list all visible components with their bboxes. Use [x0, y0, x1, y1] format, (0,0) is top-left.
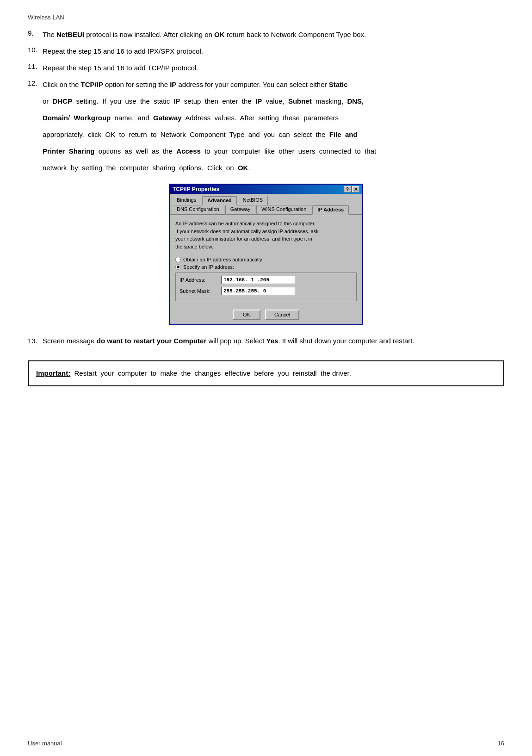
subnet-mask-input[interactable]: 255.255.255. 0 [221, 287, 295, 295]
step-9: 9. The NetBEUI protocol is now installed… [28, 29, 504, 40]
page-container: Wireless LAN 9. The NetBEUI protocol is … [0, 0, 532, 405]
step-12-line4: Printer Sharing options as well as the A… [43, 146, 504, 157]
dialog-box: TCP/IP Properties ? ✕ Bindings Advanced … [169, 184, 363, 325]
ip-section: IP Address: 192.168. 1 .209 Subnet Mask:… [175, 273, 357, 301]
dialog-titlebar-buttons: ? ✕ [344, 186, 359, 192]
page-header: Wireless LAN [28, 14, 504, 21]
step-13: 13. Screen message do want to restart yo… [28, 335, 504, 347]
important-label: Important: Restart your computer to make… [36, 369, 351, 377]
screenshot-container: TCP/IP Properties ? ✕ Bindings Advanced … [28, 184, 504, 325]
subnet-mask-label: Subnet Mask: [179, 288, 221, 294]
step-10-text: Repeat the step 15 and 16 to add IPX/SPX… [43, 46, 504, 57]
dialog-footer: OK Cancel [170, 306, 362, 324]
step-13-text: Screen message do want to restart your C… [43, 335, 504, 347]
cancel-button[interactable]: Cancel [265, 310, 299, 320]
dialog-tabs-row2: DNS Configuration Gateway WINS Configura… [170, 205, 362, 215]
ip-address-label: IP Address: [179, 277, 221, 283]
close-button[interactable]: ✕ [352, 186, 359, 192]
step-10: 10. Repeat the step 15 and 16 to add IPX… [28, 46, 504, 57]
step-12-number: 12. [28, 79, 43, 87]
tab-ip-address[interactable]: IP Address [312, 205, 349, 215]
radio-circle-specify [175, 264, 181, 270]
step-12-line1: or DHCP setting. If you use the static I… [43, 96, 504, 107]
step-11-number: 11. [28, 62, 43, 70]
step-11: 11. Repeat the step 15 and 16 to add TCP… [28, 62, 504, 74]
step-12-line3: appropriately, click OK to return to Net… [43, 129, 504, 140]
radio-group: Obtain an IP address automatically Speci… [175, 257, 357, 270]
step-9-number: 9. [28, 29, 43, 37]
tab-bindings[interactable]: Bindings [172, 196, 201, 205]
step-11-text: Repeat the step 15 and 16 to add TCP/IP … [43, 62, 504, 74]
page-footer: User manual 16 [28, 740, 504, 747]
ok-button[interactable]: OK [233, 310, 260, 320]
radio-specify[interactable]: Specify an IP address: [175, 264, 357, 270]
dialog-info-text: An IP address can be automatically assig… [175, 220, 357, 250]
subnet-mask-row: Subnet Mask: 255.255.255. 0 [179, 287, 353, 295]
step-10-number: 10. [28, 46, 43, 54]
step-12: 12. Click on the TCP/IP option for setti… [28, 79, 504, 90]
help-button[interactable]: ? [344, 186, 351, 192]
step-12-line5: network by setting the computer sharing … [43, 162, 504, 174]
ip-address-input[interactable]: 192.168. 1 .209 [221, 276, 295, 284]
tab-gateway[interactable]: Gateway [225, 205, 255, 214]
step-9-text: The NetBEUI protocol is now installed. A… [43, 29, 504, 40]
important-box: Important: Restart your computer to make… [28, 360, 504, 386]
dialog-titlebar: TCP/IP Properties ? ✕ [170, 185, 362, 194]
ip-address-row: IP Address: 192.168. 1 .209 [179, 276, 353, 284]
radio-specify-label: Specify an IP address: [183, 264, 234, 270]
dialog-tabs-row1: Bindings Advanced NetBIOS [170, 194, 362, 205]
footer-left: User manual [28, 740, 62, 747]
dialog-body: An IP address can be automatically assig… [170, 215, 362, 306]
tab-netbios[interactable]: NetBIOS [238, 196, 268, 205]
dialog-title: TCP/IP Properties [173, 186, 219, 192]
step-13-number: 13. [28, 335, 43, 347]
radio-circle-auto [175, 257, 181, 262]
tab-advanced[interactable]: Advanced [202, 196, 237, 205]
step-12-line2: Domain/ Workgroup name, and Gateway Addr… [43, 112, 504, 124]
tab-wins-configuration[interactable]: WINS Configuration [256, 205, 311, 214]
footer-right: 16 [498, 740, 504, 747]
step-12-text: Click on the TCP/IP option for setting t… [43, 79, 504, 90]
tab-dns-configuration[interactable]: DNS Configuration [172, 205, 224, 214]
page-title: Wireless LAN [28, 14, 64, 21]
radio-obtain-auto[interactable]: Obtain an IP address automatically [175, 257, 357, 262]
radio-obtain-auto-label: Obtain an IP address automatically [183, 257, 262, 262]
